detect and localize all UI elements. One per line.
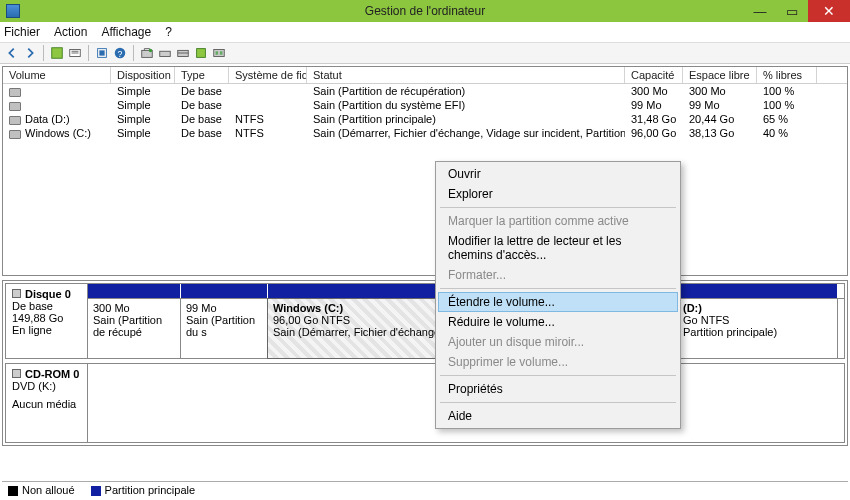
volume-icon: [9, 116, 21, 125]
disk-label: Disque 0: [25, 288, 71, 300]
col-percent[interactable]: % libres: [757, 67, 817, 83]
volume-icon: [9, 88, 21, 97]
ctx-mark-active: Marquer la partition comme active: [438, 211, 678, 231]
table-row[interactable]: Data (D:)SimpleDe baseNTFSSain (Partitio…: [3, 112, 847, 126]
ctx-open[interactable]: Ouvrir: [438, 164, 678, 184]
menu-action[interactable]: Action: [54, 25, 87, 39]
toolbar-icon[interactable]: [94, 45, 110, 61]
svg-text:?: ?: [118, 49, 123, 59]
cdrom-icon: [12, 369, 21, 378]
svg-rect-16: [220, 51, 223, 55]
toolbar: ?: [0, 42, 850, 64]
toolbar-icon[interactable]: [175, 45, 191, 61]
svg-rect-0: [52, 48, 63, 59]
legend: Non alloué Partition principale: [2, 481, 848, 498]
menu-help[interactable]: ?: [165, 25, 172, 39]
volume-table: Volume Disposition Type Système de fichi…: [2, 66, 848, 276]
disk-size: 149,88 Go: [12, 312, 81, 324]
disk-header[interactable]: Disque 0 De base 149,88 Go En ligne: [6, 284, 88, 358]
svg-rect-5: [99, 50, 104, 55]
disk-type: De base: [12, 300, 81, 312]
cdrom-label: CD-ROM 0: [25, 368, 79, 380]
disk-status: En ligne: [12, 324, 81, 336]
volume-icon: [9, 102, 21, 111]
ctx-format: Formater...: [438, 265, 678, 285]
table-row[interactable]: Windows (C:)SimpleDe baseNTFSSain (Démar…: [3, 126, 847, 140]
legend-primary: Partition principale: [91, 484, 196, 496]
legend-unallocated: Non alloué: [8, 484, 75, 496]
menu-file[interactable]: Fichier: [4, 25, 40, 39]
disk-map: Disque 0 De base 149,88 Go En ligne 300 …: [2, 280, 848, 446]
cdrom-status: Aucun média: [12, 398, 81, 410]
svg-point-9: [149, 49, 153, 53]
toolbar-icon[interactable]: [193, 45, 209, 61]
disk-icon: [12, 289, 21, 298]
svg-rect-15: [216, 51, 219, 55]
title-bar: Gestion de l'ordinateur — ▭ ✕: [0, 0, 850, 22]
col-status[interactable]: Statut: [307, 67, 625, 83]
ctx-change-letter[interactable]: Modifier la lettre de lecteur et les che…: [438, 231, 678, 265]
cdrom-row: CD-ROM 0 DVD (K:) Aucun média: [5, 363, 845, 443]
partition-cell[interactable]: 99 MoSain (Partition du s: [181, 299, 268, 358]
menu-bar: Fichier Action Affichage ?: [0, 22, 850, 42]
ctx-delete: Supprimer le volume...: [438, 352, 678, 372]
col-filesystem[interactable]: Système de fichiers: [229, 67, 307, 83]
toolbar-icon[interactable]: [49, 45, 65, 61]
ctx-extend[interactable]: Étendre le volume...: [438, 292, 678, 312]
disk-row: Disque 0 De base 149,88 Go En ligne 300 …: [5, 283, 845, 359]
col-free[interactable]: Espace libre: [683, 67, 757, 83]
col-volume[interactable]: Volume: [3, 67, 111, 83]
ctx-properties[interactable]: Propriétés: [438, 379, 678, 399]
cdrom-drive-letter: DVD (K:): [12, 380, 81, 392]
forward-button[interactable]: [22, 45, 38, 61]
toolbar-icon[interactable]: [139, 45, 155, 61]
back-button[interactable]: [4, 45, 20, 61]
col-capacity[interactable]: Capacité: [625, 67, 683, 83]
partition-cell[interactable]: (D:)Go NTFSPartition principale): [678, 299, 838, 358]
table-row[interactable]: SimpleDe baseSain (Partition de récupéra…: [3, 84, 847, 98]
svg-rect-10: [160, 51, 171, 56]
svg-rect-14: [214, 50, 225, 57]
ctx-add-mirror: Ajouter un disque miroir...: [438, 332, 678, 352]
volume-icon: [9, 130, 21, 139]
toolbar-icon[interactable]: [67, 45, 83, 61]
menu-view[interactable]: Affichage: [101, 25, 151, 39]
ctx-help[interactable]: Aide: [438, 406, 678, 426]
table-header: Volume Disposition Type Système de fichi…: [3, 67, 847, 84]
partition-cell[interactable]: 300 MoSain (Partition de récupé: [88, 299, 181, 358]
table-row[interactable]: SimpleDe baseSain (Partition du système …: [3, 98, 847, 112]
toolbar-icon[interactable]: [157, 45, 173, 61]
help-icon[interactable]: ?: [112, 45, 128, 61]
col-type[interactable]: Type: [175, 67, 229, 83]
col-disposition[interactable]: Disposition: [111, 67, 175, 83]
cdrom-header[interactable]: CD-ROM 0 DVD (K:) Aucun média: [6, 364, 88, 442]
ctx-shrink[interactable]: Réduire le volume...: [438, 312, 678, 332]
toolbar-icon[interactable]: [211, 45, 227, 61]
window-title: Gestion de l'ordinateur: [0, 4, 850, 18]
context-menu: Ouvrir Explorer Marquer la partition com…: [435, 161, 681, 429]
ctx-explore[interactable]: Explorer: [438, 184, 678, 204]
svg-rect-13: [197, 49, 206, 58]
